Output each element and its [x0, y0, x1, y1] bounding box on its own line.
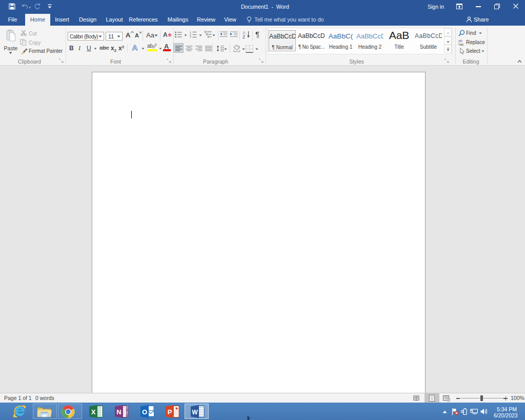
- svg-text:ac: ac: [460, 43, 464, 46]
- svg-text:W: W: [192, 409, 198, 416]
- svg-text:N: N: [116, 408, 121, 416]
- svg-text:Z: Z: [243, 34, 245, 38]
- svg-text:O: O: [142, 408, 147, 416]
- svg-text:A: A: [132, 43, 138, 52]
- svg-text:ab: ab: [458, 39, 462, 43]
- svg-text:P: P: [168, 408, 172, 416]
- svg-text:X: X: [91, 408, 96, 416]
- svg-text:3: 3: [190, 36, 191, 38]
